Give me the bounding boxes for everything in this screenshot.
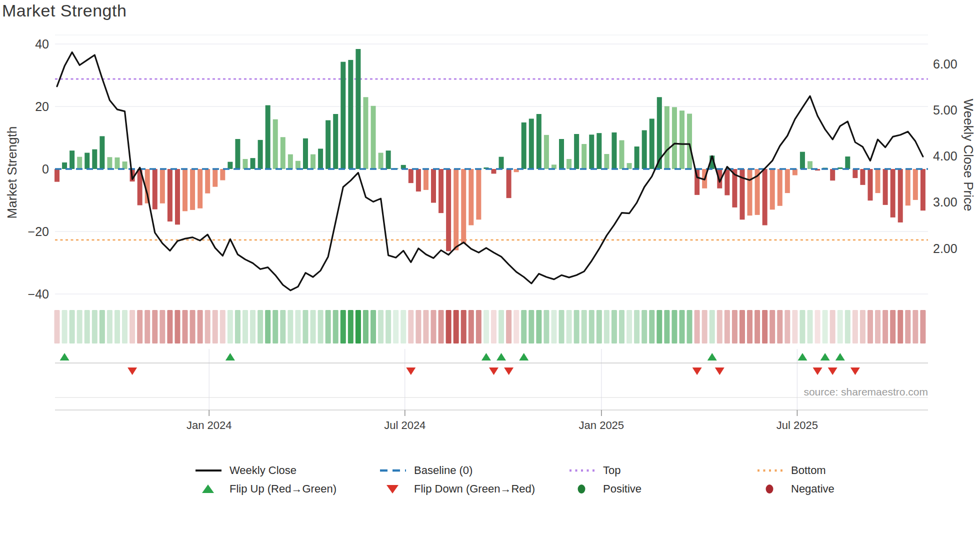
heatmap-cell [792, 310, 798, 344]
left-y-tick-label: 20 [35, 100, 49, 114]
heatmap-cell [235, 310, 240, 344]
strength-bar [506, 169, 512, 198]
strength-bar [612, 132, 616, 169]
heatmap-cell [220, 310, 226, 344]
heatmap-cell [363, 310, 368, 344]
strength-bar [634, 146, 640, 169]
heatmap-cell [491, 310, 496, 344]
left-y-tick-label: −40 [28, 287, 49, 301]
strength-bar [107, 157, 112, 169]
strength-bar [536, 114, 542, 169]
flip-down-marker [850, 368, 860, 375]
strength-bar [898, 169, 903, 222]
heatmap-cell [875, 310, 880, 344]
strength-bar [182, 169, 188, 211]
negative-dot-icon [756, 481, 784, 497]
heatmap-cell [732, 310, 738, 344]
heatmap-cell [740, 310, 745, 344]
heatmap-cell [860, 310, 866, 344]
legend-label: Baseline (0) [414, 464, 472, 477]
heatmap-cell [845, 310, 850, 344]
strength-bar [574, 134, 579, 169]
heatmap-cell [694, 310, 700, 344]
strength-bar [582, 144, 586, 169]
heatmap-cell [84, 310, 90, 344]
heatmap-cell [852, 310, 858, 344]
flip-up-marker [482, 353, 491, 360]
heatmap-cell [589, 310, 594, 344]
heatmap-cell [868, 310, 873, 344]
heatmap-cell [808, 310, 813, 344]
strength-bar [273, 120, 278, 169]
strength-bar [326, 120, 330, 170]
strength-bar [596, 133, 602, 169]
heatmap-cell [559, 310, 564, 344]
heatmap-cell [144, 310, 150, 344]
heatmap-cell [356, 310, 361, 344]
chart-canvas: 40200−20−406.005.004.003.002.00Jan 2024J… [0, 0, 980, 551]
legend-label: Positive [603, 482, 642, 496]
strength-bar [687, 114, 692, 169]
heatmap-cell [717, 310, 722, 344]
strength-bar [408, 169, 414, 183]
heatmap-cell [408, 310, 414, 344]
left-y-tick-label: −20 [28, 224, 49, 238]
heatmap-cell [137, 310, 142, 344]
heatmap-cell [777, 310, 782, 344]
strength-bar [228, 162, 232, 169]
heatmap-cell [890, 310, 896, 344]
strength-bar [348, 60, 353, 169]
strength-bar [212, 169, 218, 187]
heatmap-cell [288, 310, 293, 344]
heatmap-cell [258, 310, 263, 344]
heatmap-cell [754, 310, 760, 344]
flip-up-marker [708, 353, 717, 360]
strength-bar [724, 169, 730, 196]
strength-bar [762, 169, 768, 226]
strength-bar [785, 169, 790, 193]
x-tick-label: Jul 2025 [776, 419, 818, 432]
dashed-line-swatch [378, 463, 408, 478]
flip-down-marker [715, 368, 724, 375]
heatmap-cell [702, 310, 708, 344]
heatmap-cell [182, 310, 188, 344]
strength-bar [860, 169, 865, 185]
flip-down-marker [828, 368, 838, 375]
strength-bar [778, 169, 782, 206]
heatmap-cell [724, 310, 730, 344]
heatmap-cell [770, 310, 775, 344]
flip-down-marker [504, 368, 514, 375]
strength-bar [664, 106, 670, 169]
heatmap-cell [838, 310, 843, 344]
strength-bar [920, 169, 926, 210]
flip-down-icon [378, 481, 408, 497]
strength-bar [288, 154, 293, 169]
strength-bar [454, 169, 458, 250]
strength-bar [468, 169, 474, 226]
flip-down-marker [128, 368, 137, 375]
flip-down-marker [813, 368, 822, 375]
strength-bar [650, 118, 654, 169]
strength-bar [529, 118, 534, 169]
heatmap-cell [152, 310, 158, 344]
market-strength-chart: Market Strength Market Strength Weekly C… [0, 0, 980, 551]
heatmap-cell [800, 310, 805, 344]
flip-up-marker [226, 353, 235, 360]
heatmap-cell [130, 310, 135, 344]
legend-label: Flip Down (Green→Red) [414, 482, 535, 496]
heatmap-cell [656, 310, 662, 344]
legend-label: Bottom [791, 464, 826, 477]
heatmap-cell [393, 310, 398, 344]
strength-bar [205, 169, 210, 194]
flip-up-marker [836, 353, 845, 360]
solid-line-swatch [194, 463, 223, 478]
heatmap-cell [528, 310, 534, 344]
strength-bar [258, 140, 263, 169]
strength-bar [672, 107, 677, 169]
strength-bar [160, 169, 165, 204]
strength-bar [890, 169, 896, 218]
strength-bar [620, 140, 624, 170]
strength-bar [54, 169, 60, 182]
strength-bar [333, 114, 338, 169]
flip-up-marker [519, 353, 528, 360]
